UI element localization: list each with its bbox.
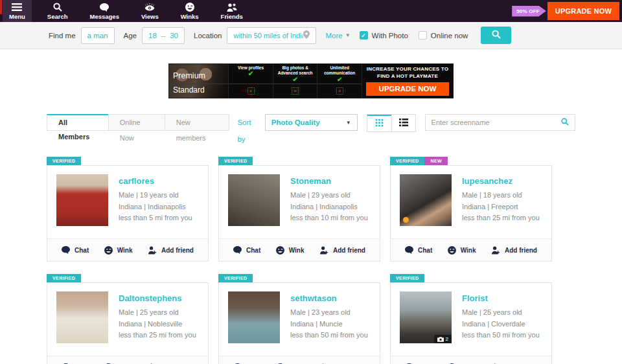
member-distance: less than 10 mi from you bbox=[290, 214, 368, 222]
chat-icon bbox=[233, 246, 242, 254]
member-photo[interactable]: 2 bbox=[400, 291, 452, 343]
member-photo[interactable] bbox=[400, 174, 452, 226]
views-icon bbox=[144, 3, 155, 12]
member-photo[interactable] bbox=[228, 174, 280, 226]
age-min[interactable]: 18 bbox=[148, 32, 157, 40]
wink-button[interactable]: Wink bbox=[104, 246, 133, 255]
verified-badge: VERIFIED bbox=[47, 274, 81, 282]
winks-icon bbox=[185, 3, 194, 12]
members-toolbar: All Members Online Now New members Sort … bbox=[47, 114, 575, 148]
member-card: VERIFIED 2 Florist Male | 25 years old I… bbox=[390, 274, 552, 364]
member-name[interactable]: Daltonstephens bbox=[119, 293, 196, 303]
search-icon[interactable] bbox=[561, 117, 569, 128]
member-photo[interactable] bbox=[56, 174, 108, 226]
add-friend-icon bbox=[148, 246, 157, 255]
friends-icon bbox=[227, 3, 237, 12]
more-filters-link[interactable]: More bbox=[325, 32, 342, 40]
online-now-checkbox[interactable] bbox=[419, 31, 427, 40]
nav-item-messages[interactable]: Messages bbox=[84, 0, 126, 22]
upgrade-promo-banner: Premium Standard View profiles ✔ ✕ Big p… bbox=[168, 63, 454, 98]
search-submit-button[interactable] bbox=[481, 27, 511, 44]
search-icon bbox=[492, 30, 501, 41]
member-gender-age: Male | 19 years old bbox=[119, 191, 192, 199]
add-friend-button[interactable]: Add friend bbox=[148, 246, 194, 255]
chat-button[interactable]: Chat bbox=[233, 246, 260, 254]
banner-feature-big-photos: Big photos & Advanced search ✔ ✕ bbox=[273, 64, 317, 98]
tab-online-now[interactable]: Online Now bbox=[108, 114, 165, 131]
wink-icon bbox=[276, 246, 284, 255]
member-card: VERIFIED Stoneman Male | 29 years old In… bbox=[218, 157, 380, 262]
check-icon: ✔ bbox=[337, 76, 342, 83]
member-gender-age: Male | 29 years old bbox=[290, 191, 368, 199]
wink-button[interactable]: Wink bbox=[448, 246, 476, 255]
member-photo[interactable] bbox=[228, 291, 280, 343]
member-gender-age: Male | 25 years old bbox=[462, 308, 540, 316]
chat-icon bbox=[62, 246, 70, 254]
list-view-button[interactable] bbox=[391, 115, 415, 131]
member-distance: less than 25 mi from you bbox=[119, 331, 196, 339]
banner-feature-unlimited-communication: Unlimited communication ✔ ✕ bbox=[317, 64, 362, 98]
upgrade-now-button[interactable]: UPGRADE NOW bbox=[547, 2, 619, 20]
search-icon bbox=[53, 3, 62, 12]
member-card: VERIFIED carflores Male | 19 years old I… bbox=[47, 157, 209, 262]
age-max[interactable]: 30 bbox=[170, 32, 178, 40]
cross-icon: ✕ bbox=[248, 87, 255, 95]
screenname-input[interactable] bbox=[432, 119, 561, 126]
online-now-label: Online now bbox=[431, 32, 468, 40]
member-gender-age: Male | 25 years old bbox=[119, 308, 196, 316]
new-badge: NEW bbox=[424, 157, 448, 165]
add-friend-icon bbox=[491, 246, 500, 255]
nav-item-winks[interactable]: Winks bbox=[174, 0, 205, 22]
plan-premium-label: Premium bbox=[173, 71, 205, 80]
add-friend-button[interactable]: Add friend bbox=[491, 246, 537, 255]
member-name[interactable]: carflores bbox=[119, 176, 192, 186]
top-navbar: Menu Search Messages Views Winks Friends… bbox=[0, 0, 622, 22]
member-location: Indiana | Indianapolis bbox=[119, 203, 192, 210]
view-toggle bbox=[367, 114, 416, 132]
member-gender-age: Male | 23 years old bbox=[290, 308, 368, 316]
member-distance: less than 50 mi from you bbox=[290, 331, 368, 339]
tab-all-members[interactable]: All Members bbox=[47, 114, 109, 131]
online-indicator bbox=[403, 217, 409, 223]
nav-item-friends[interactable]: Friends bbox=[214, 0, 249, 22]
grid-view-icon bbox=[375, 118, 384, 130]
wink-button[interactable]: Wink bbox=[276, 246, 305, 255]
banner-headline-line2: FIND A HOT PLAYMATE bbox=[377, 73, 438, 80]
chat-icon bbox=[405, 246, 413, 254]
sort-select[interactable]: Photo Quality ▼ bbox=[265, 114, 358, 131]
banner-upgrade-now-button[interactable]: UPGRADE NOW bbox=[366, 82, 449, 96]
location-input[interactable]: within 50 miles of Indian... bbox=[227, 27, 316, 44]
add-friend-button[interactable]: Add friend bbox=[319, 246, 365, 255]
chat-button[interactable]: Chat bbox=[405, 246, 432, 254]
verified-badge: VERIFIED bbox=[218, 274, 253, 282]
member-name[interactable]: Florist bbox=[462, 293, 540, 303]
find-me-select[interactable]: a man bbox=[81, 27, 115, 44]
member-photo[interactable] bbox=[56, 291, 108, 343]
nav-item-search[interactable]: Search bbox=[41, 0, 75, 22]
nav-item-views[interactable]: Views bbox=[135, 0, 165, 22]
chat-button[interactable]: Chat bbox=[62, 246, 89, 254]
member-name[interactable]: lupesanchez bbox=[462, 176, 540, 186]
verified-badge: VERIFIED bbox=[47, 157, 81, 165]
verified-badge: VERIFIED bbox=[390, 274, 424, 282]
photo-count-badge: 2 bbox=[434, 335, 452, 343]
plan-standard-label: Standard bbox=[173, 85, 205, 95]
age-label: Age bbox=[124, 32, 137, 40]
member-location: Indiana | Indianapolis bbox=[290, 203, 368, 210]
location-label: Location bbox=[194, 32, 222, 40]
member-name[interactable]: sethwtason bbox=[290, 293, 368, 303]
check-icon: ✔ bbox=[292, 76, 297, 83]
with-photo-checkbox[interactable]: ✓ bbox=[360, 31, 368, 40]
more-caret-icon[interactable]: ▼ bbox=[345, 32, 351, 38]
grid-view-button[interactable] bbox=[367, 115, 391, 131]
member-card: VERIFIED Daltonstephens Male | 25 years … bbox=[47, 274, 209, 364]
member-distance: less than 5 mi from you bbox=[119, 214, 192, 222]
nav-item-menu[interactable]: Menu bbox=[3, 0, 32, 22]
with-photo-label: With Photo bbox=[372, 32, 408, 40]
age-range-input[interactable]: 18 – 30 bbox=[142, 27, 185, 44]
tab-new-members[interactable]: New members bbox=[165, 114, 230, 131]
verified-badge: VERIFIED bbox=[218, 157, 253, 165]
member-name[interactable]: Stoneman bbox=[290, 176, 368, 186]
member-location: Indiana | Freeport bbox=[462, 203, 540, 210]
wink-icon bbox=[448, 246, 456, 255]
